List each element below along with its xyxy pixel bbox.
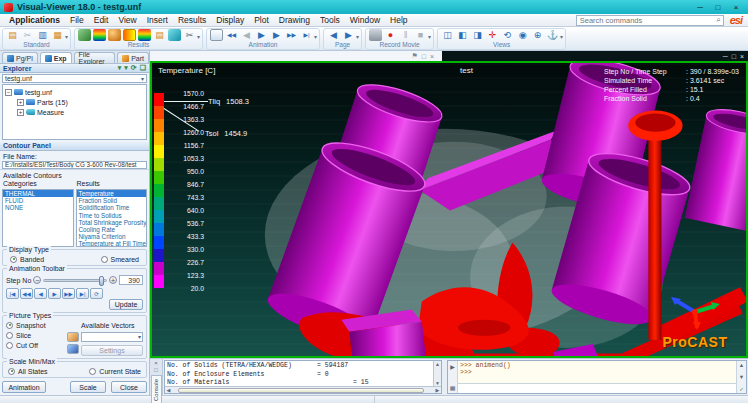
view-rotate-icon[interactable]: ⟲ [501, 29, 514, 41]
minimize-button[interactable]: ─ [692, 2, 708, 13]
model-file-combobox[interactable]: testg.unf ▾ [2, 74, 147, 83]
console-close-icon[interactable]: × [154, 360, 158, 366]
result-item[interactable]: Total Shrinkage Porosity [77, 219, 147, 226]
export-animation-icon[interactable]: ▶| [300, 29, 313, 41]
result-item[interactable]: Temperature at Fill Time [77, 240, 147, 247]
file-name-field[interactable]: E:/Installs/ESI/Test/Body CG 3-600 Rev-0… [2, 161, 147, 169]
console-horizontal-scrollbar[interactable]: ◀ ▶ [165, 386, 441, 393]
tree-expand-icon[interactable]: + [17, 109, 24, 116]
category-item[interactable]: NONE [3, 204, 73, 211]
animation-button[interactable]: Animation [2, 381, 46, 393]
tab-file-explorer[interactable]: File Explorer [74, 52, 116, 63]
tab-exp[interactable]: Exp [40, 52, 72, 63]
copy-icon[interactable]: ▥ [36, 29, 49, 41]
viewport-minimize-icon[interactable]: ─ [723, 53, 728, 60]
page-next-icon[interactable]: ▶ [342, 29, 355, 41]
radio-smeared[interactable]: Smeared [101, 256, 139, 263]
menu-item[interactable]: File [65, 14, 89, 26]
result-item[interactable]: Niyama Criterion [77, 233, 147, 240]
radio-banded[interactable]: Banded [10, 256, 44, 263]
record-more-icon[interactable]: ▾ [428, 33, 431, 41]
step-decrement-button[interactable]: − [33, 276, 41, 284]
scrollbar-thumb[interactable] [178, 388, 424, 393]
pause-icon[interactable]: ‖ [399, 29, 412, 41]
isosurface-icon[interactable] [108, 29, 121, 41]
tree-item-parts[interactable]: + Parts (15) [17, 97, 144, 107]
result-item[interactable]: Temperature [77, 190, 147, 197]
slice-tool-icon[interactable] [67, 332, 79, 342]
radio-cutoff[interactable]: Cut Off [6, 342, 65, 349]
scroll-up-icon[interactable]: ▲ [435, 361, 440, 367]
legend-tool-icon[interactable] [138, 29, 151, 41]
view-axes-icon[interactable]: ✛ [486, 29, 499, 41]
playback-button[interactable]: ▶▶ [62, 288, 75, 299]
playback-button[interactable]: ⟳ [90, 288, 103, 299]
step-slider[interactable] [43, 279, 107, 282]
explorer-sort-icon[interactable]: ▾ [124, 64, 128, 72]
first-frame-icon[interactable]: ◀◀ [225, 29, 238, 41]
menu-item[interactable]: Window [345, 14, 385, 26]
radio-slice[interactable]: Slice [6, 332, 65, 339]
radio-all-states[interactable]: All States [8, 368, 48, 375]
scroll-right-icon[interactable]: ▶ [434, 387, 441, 393]
animation-more-icon[interactable]: ▾ [314, 33, 317, 41]
view-iso-icon[interactable]: ◫ [441, 29, 454, 41]
menu-item[interactable]: Tools [315, 14, 345, 26]
view-zoom-icon[interactable]: ⊕ [531, 29, 544, 41]
menu-item[interactable]: Help [385, 14, 412, 26]
shell-scroll-up-icon[interactable]: ▲ [739, 362, 744, 368]
results-open-icon[interactable]: ▤ [153, 29, 166, 41]
play-icon[interactable]: ▶ [255, 29, 268, 41]
stop-icon[interactable]: ■ [414, 29, 427, 41]
menu-item[interactable]: View [113, 14, 141, 26]
viewport-close-icon[interactable]: × [740, 53, 744, 60]
tree-expand-icon[interactable]: + [17, 99, 24, 106]
viewport-restore-icon[interactable]: □ [732, 53, 736, 60]
animation-setup-icon[interactable] [210, 29, 223, 41]
vectors-dropdown[interactable]: ▾ [81, 332, 143, 342]
cutoff-tool-icon[interactable] [67, 344, 79, 354]
fringe-icon[interactable] [123, 29, 136, 41]
tree-item-root[interactable]: − testg.unf [5, 87, 144, 97]
dock-pin-icon[interactable]: ⚑ [411, 52, 417, 60]
result-item[interactable]: Fraction Solid [77, 197, 147, 204]
close-panel-button[interactable]: Close [111, 381, 147, 393]
tab-pgpl[interactable]: Pg/Pl [2, 52, 38, 63]
shell-run-icon[interactable]: ▶ [450, 363, 455, 370]
slider-thumb[interactable] [99, 276, 104, 286]
category-item[interactable]: FLUID [3, 197, 73, 204]
playback-button[interactable]: ◀ [34, 288, 47, 299]
model-icon[interactable] [78, 29, 91, 41]
results-more-icon[interactable]: ▾ [197, 33, 200, 41]
search-icon[interactable]: ⌕ [716, 15, 722, 25]
cut-icon[interactable]: ✂ [21, 29, 34, 41]
next-frame-icon[interactable]: ▶ [270, 29, 283, 41]
scroll-left-icon[interactable]: ◀ [165, 387, 172, 393]
view-fit-icon[interactable]: ◉ [516, 29, 529, 41]
radio-current-state[interactable]: Current State [89, 368, 141, 375]
explorer-filter-icon[interactable]: ▾ [118, 64, 122, 72]
camera-icon[interactable] [369, 29, 382, 41]
menu-item[interactable]: Insert [142, 14, 173, 26]
result-item[interactable]: Solidification Time [77, 204, 147, 211]
prev-frame-icon[interactable]: ◀ [240, 29, 253, 41]
contour-icon[interactable] [93, 29, 106, 41]
view-anchor-icon[interactable]: ⚓ [546, 29, 559, 41]
menu-item[interactable]: Plot [249, 14, 274, 26]
views-more-icon[interactable]: ▾ [560, 33, 563, 41]
menu-item[interactable]: Edit [89, 14, 114, 26]
menu-item[interactable]: Results [173, 14, 211, 26]
playback-button[interactable]: |◀ [6, 288, 19, 299]
menu-item[interactable]: Drawing [274, 14, 315, 26]
viewport-3d[interactable]: test Temperature [C] 1570.01466.71363.31… [150, 61, 748, 358]
step-increment-button[interactable]: + [109, 276, 117, 284]
shell-grid-icon[interactable]: ▦ [450, 384, 456, 391]
dock-restore-icon[interactable]: □ [422, 53, 426, 60]
result-item[interactable]: Cooling Rate [77, 226, 147, 233]
console-tab[interactable]: Console [151, 375, 162, 403]
step-value-field[interactable]: 390 [119, 275, 143, 285]
tab-part[interactable]: Part [117, 52, 149, 63]
view-front-icon[interactable]: ◧ [456, 29, 469, 41]
record-icon[interactable]: ● [384, 29, 397, 41]
shell-command-input[interactable] [458, 385, 736, 392]
